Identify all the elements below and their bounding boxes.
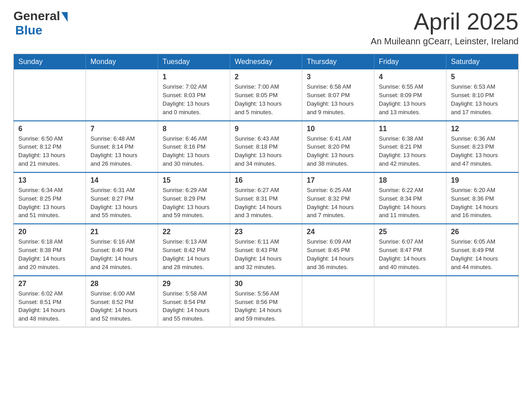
calendar-header-row: SundayMondayTuesdayWednesdayThursdayFrid… (14, 54, 519, 70)
day-number: 18 (379, 176, 442, 184)
column-header-sunday: Sunday (14, 54, 86, 70)
calendar-cell: 4Sunrise: 6:55 AM Sunset: 8:09 PM Daylig… (374, 69, 446, 120)
day-info: Sunrise: 6:09 AM Sunset: 8:45 PM Dayligh… (307, 238, 369, 271)
day-number: 17 (307, 176, 369, 184)
day-number: 21 (90, 228, 153, 236)
calendar-week-row: 27Sunrise: 6:02 AM Sunset: 8:51 PM Dayli… (14, 276, 519, 327)
day-number: 12 (451, 125, 514, 133)
day-info: Sunrise: 6:20 AM Sunset: 8:36 PM Dayligh… (451, 186, 514, 220)
day-number: 6 (18, 125, 81, 133)
calendar-cell: 21Sunrise: 6:16 AM Sunset: 8:40 PM Dayli… (86, 224, 158, 275)
day-number: 14 (90, 176, 153, 184)
day-info: Sunrise: 6:16 AM Sunset: 8:40 PM Dayligh… (90, 238, 153, 271)
day-number: 11 (379, 125, 442, 133)
calendar-cell: 25Sunrise: 6:07 AM Sunset: 8:47 PM Dayli… (374, 224, 446, 275)
day-info: Sunrise: 6:18 AM Sunset: 8:38 PM Dayligh… (18, 238, 81, 271)
day-info: Sunrise: 6:11 AM Sunset: 8:43 PM Dayligh… (235, 238, 297, 271)
calendar-cell (374, 276, 446, 327)
day-info: Sunrise: 6:55 AM Sunset: 8:09 PM Dayligh… (379, 83, 442, 116)
day-number: 15 (163, 176, 225, 184)
location-title: An Muileann gCearr, Leinster, Ireland (371, 36, 519, 47)
day-number: 24 (307, 228, 369, 236)
logo-general-text: General (13, 9, 60, 23)
calendar-cell: 6Sunrise: 6:50 AM Sunset: 8:12 PM Daylig… (14, 121, 86, 172)
calendar-table: SundayMondayTuesdayWednesdayThursdayFrid… (13, 54, 519, 327)
day-info: Sunrise: 7:02 AM Sunset: 8:03 PM Dayligh… (163, 83, 225, 116)
day-info: Sunrise: 6:27 AM Sunset: 8:31 PM Dayligh… (235, 186, 297, 220)
day-info: Sunrise: 6:29 AM Sunset: 8:29 PM Dayligh… (163, 186, 225, 220)
calendar-cell: 27Sunrise: 6:02 AM Sunset: 8:51 PM Dayli… (14, 276, 86, 327)
calendar-cell: 26Sunrise: 6:05 AM Sunset: 8:49 PM Dayli… (446, 224, 519, 275)
day-info: Sunrise: 6:22 AM Sunset: 8:34 PM Dayligh… (379, 186, 442, 220)
day-number: 20 (18, 228, 81, 236)
logo: General Blue (13, 9, 68, 38)
calendar-cell: 11Sunrise: 6:38 AM Sunset: 8:21 PM Dayli… (374, 121, 446, 172)
title-section: April 2025 An Muileann gCearr, Leinster,… (371, 9, 519, 47)
day-info: Sunrise: 6:07 AM Sunset: 8:47 PM Dayligh… (379, 238, 442, 271)
day-info: Sunrise: 6:58 AM Sunset: 8:07 PM Dayligh… (307, 83, 369, 116)
day-number: 3 (307, 73, 369, 81)
day-number: 28 (90, 280, 153, 288)
day-number: 23 (235, 228, 297, 236)
day-number: 4 (379, 73, 442, 81)
calendar-cell: 29Sunrise: 5:58 AM Sunset: 8:54 PM Dayli… (158, 276, 230, 327)
day-number: 7 (90, 125, 153, 133)
logo-triangle-icon (61, 12, 68, 22)
day-number: 5 (451, 73, 514, 81)
calendar-cell: 3Sunrise: 6:58 AM Sunset: 8:07 PM Daylig… (302, 69, 374, 120)
calendar-week-row: 1Sunrise: 7:02 AM Sunset: 8:03 PM Daylig… (14, 69, 519, 120)
calendar-cell (302, 276, 374, 327)
day-number: 27 (18, 280, 81, 288)
calendar-cell: 10Sunrise: 6:41 AM Sunset: 8:20 PM Dayli… (302, 121, 374, 172)
day-info: Sunrise: 5:56 AM Sunset: 8:56 PM Dayligh… (235, 290, 297, 323)
day-number: 26 (451, 228, 514, 236)
day-info: Sunrise: 6:13 AM Sunset: 8:42 PM Dayligh… (163, 238, 225, 271)
day-info: Sunrise: 6:41 AM Sunset: 8:20 PM Dayligh… (307, 135, 369, 168)
calendar-cell (446, 276, 519, 327)
calendar-cell: 7Sunrise: 6:48 AM Sunset: 8:14 PM Daylig… (86, 121, 158, 172)
calendar-cell: 2Sunrise: 7:00 AM Sunset: 8:05 PM Daylig… (230, 69, 302, 120)
page-header: General Blue April 2025 An Muileann gCea… (13, 9, 519, 47)
calendar-cell: 30Sunrise: 5:56 AM Sunset: 8:56 PM Dayli… (230, 276, 302, 327)
calendar-cell: 28Sunrise: 6:00 AM Sunset: 8:52 PM Dayli… (86, 276, 158, 327)
day-info: Sunrise: 6:50 AM Sunset: 8:12 PM Dayligh… (18, 135, 81, 168)
day-info: Sunrise: 6:46 AM Sunset: 8:16 PM Dayligh… (163, 135, 225, 168)
calendar-cell: 1Sunrise: 7:02 AM Sunset: 8:03 PM Daylig… (158, 69, 230, 120)
calendar-cell (86, 69, 158, 120)
calendar-cell: 19Sunrise: 6:20 AM Sunset: 8:36 PM Dayli… (446, 172, 519, 224)
day-info: Sunrise: 7:00 AM Sunset: 8:05 PM Dayligh… (235, 83, 297, 116)
calendar-cell: 22Sunrise: 6:13 AM Sunset: 8:42 PM Dayli… (158, 224, 230, 275)
day-info: Sunrise: 6:25 AM Sunset: 8:32 PM Dayligh… (307, 186, 369, 220)
day-number: 19 (451, 176, 514, 184)
calendar-cell: 23Sunrise: 6:11 AM Sunset: 8:43 PM Dayli… (230, 224, 302, 275)
calendar-cell: 17Sunrise: 6:25 AM Sunset: 8:32 PM Dayli… (302, 172, 374, 224)
calendar-cell: 16Sunrise: 6:27 AM Sunset: 8:31 PM Dayli… (230, 172, 302, 224)
month-title: April 2025 (371, 9, 519, 34)
logo-blue-text: Blue (15, 23, 68, 38)
day-number: 2 (235, 73, 297, 81)
day-info: Sunrise: 6:36 AM Sunset: 8:23 PM Dayligh… (451, 135, 514, 168)
day-number: 16 (235, 176, 297, 184)
column-header-thursday: Thursday (302, 54, 374, 70)
column-header-tuesday: Tuesday (158, 54, 230, 70)
calendar-cell: 9Sunrise: 6:43 AM Sunset: 8:18 PM Daylig… (230, 121, 302, 172)
calendar-cell: 24Sunrise: 6:09 AM Sunset: 8:45 PM Dayli… (302, 224, 374, 275)
day-info: Sunrise: 5:58 AM Sunset: 8:54 PM Dayligh… (163, 290, 225, 323)
day-number: 1 (163, 73, 225, 81)
calendar-week-row: 6Sunrise: 6:50 AM Sunset: 8:12 PM Daylig… (14, 121, 519, 172)
day-number: 10 (307, 125, 369, 133)
column-header-friday: Friday (374, 54, 446, 70)
day-info: Sunrise: 6:43 AM Sunset: 8:18 PM Dayligh… (235, 135, 297, 168)
calendar-week-row: 13Sunrise: 6:34 AM Sunset: 8:25 PM Dayli… (14, 172, 519, 224)
calendar-cell: 18Sunrise: 6:22 AM Sunset: 8:34 PM Dayli… (374, 172, 446, 224)
day-number: 13 (18, 176, 81, 184)
day-info: Sunrise: 6:05 AM Sunset: 8:49 PM Dayligh… (451, 238, 514, 271)
day-info: Sunrise: 6:38 AM Sunset: 8:21 PM Dayligh… (379, 135, 442, 168)
day-number: 9 (235, 125, 297, 133)
calendar-cell: 15Sunrise: 6:29 AM Sunset: 8:29 PM Dayli… (158, 172, 230, 224)
calendar-cell: 20Sunrise: 6:18 AM Sunset: 8:38 PM Dayli… (14, 224, 86, 275)
calendar-week-row: 20Sunrise: 6:18 AM Sunset: 8:38 PM Dayli… (14, 224, 519, 275)
calendar-cell: 12Sunrise: 6:36 AM Sunset: 8:23 PM Dayli… (446, 121, 519, 172)
calendar-cell: 13Sunrise: 6:34 AM Sunset: 8:25 PM Dayli… (14, 172, 86, 224)
day-number: 8 (163, 125, 225, 133)
